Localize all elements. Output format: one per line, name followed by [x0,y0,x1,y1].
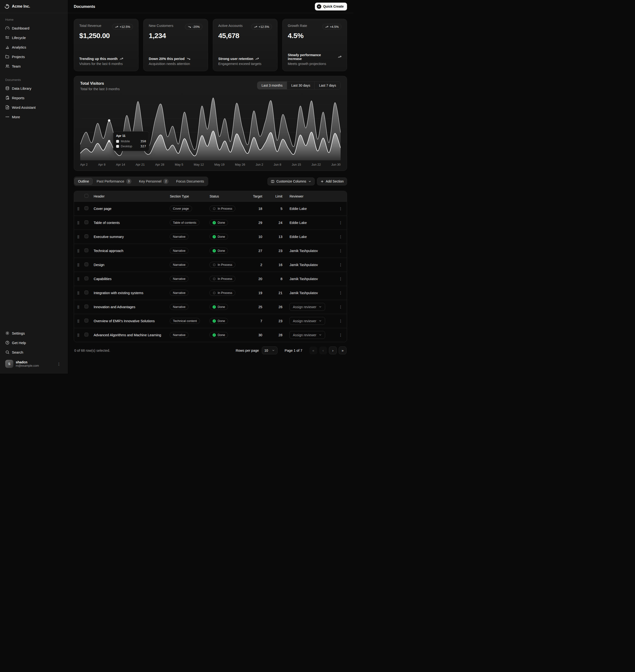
row-kebab-icon[interactable]: ⋮ [337,276,344,282]
first-page-button[interactable]: « [309,346,317,354]
limit-value[interactable]: 8 [267,272,288,286]
drag-handle[interactable]: ⣿ [76,263,80,267]
sidebar-item-lifecycle[interactable]: Lifecycle [3,33,64,42]
drag-handle[interactable]: ⣿ [76,276,80,281]
target-value[interactable]: 25 [245,300,267,314]
target-value[interactable]: 2 [245,258,267,272]
target-value[interactable]: 19 [245,286,267,300]
row-kebab-icon[interactable]: ⋮ [337,332,344,338]
limit-value[interactable]: 21 [267,286,288,300]
row-header-title[interactable]: Integration with existing systems [93,291,143,295]
prev-page-button[interactable]: ‹ [319,346,327,354]
chevron-down-icon [272,349,275,352]
section-type-badge: Table of contents [170,220,199,226]
sidebar-item-search[interactable]: Search [3,348,64,356]
last-page-button[interactable]: » [339,346,347,354]
select-all-checkbox[interactable] [85,194,88,198]
row-checkbox[interactable] [85,333,88,336]
row-kebab-icon[interactable]: ⋮ [337,248,344,253]
drag-handle[interactable]: ⣿ [76,319,80,323]
sidebar-item-settings[interactable]: Settings [3,329,64,337]
row-kebab-icon[interactable]: ⋮ [337,220,344,225]
sidebar-brand[interactable]: Acme Inc. [0,0,67,13]
limit-value[interactable]: 23 [267,314,288,328]
sidebar-item-analytics[interactable]: Analytics [3,43,64,51]
target-value[interactable]: 7 [245,314,267,328]
drag-handle[interactable]: ⣿ [76,234,80,239]
row-checkbox[interactable] [85,276,88,280]
row-header-title[interactable]: Capabilities [93,277,111,281]
sidebar-item-data-library[interactable]: Data Library [3,84,64,93]
sidebar-item-word-assistant[interactable]: Word Assistant [3,103,64,112]
limit-value[interactable]: 23 [267,244,288,258]
assign-reviewer-select[interactable]: Assign reviewer [289,303,325,311]
card-subtext: Engagement exceed targets [218,62,272,66]
row-header-title[interactable]: Overview of EMR's Innovative Solutions [93,319,155,323]
user-kebab-icon[interactable]: ⋮ [56,361,62,367]
next-page-button[interactable]: › [329,346,337,354]
tab-key-personnel[interactable]: Key Personnel2 [135,177,172,185]
row-kebab-icon[interactable]: ⋮ [337,318,344,323]
row-checkbox[interactable] [85,305,88,308]
limit-value[interactable]: 28 [267,328,288,342]
add-section-button[interactable]: Add Section [317,178,347,185]
target-value[interactable]: 18 [245,202,267,216]
drag-handle[interactable]: ⣿ [76,333,80,337]
row-header-title[interactable]: Innovation and Advantages [93,305,135,309]
user-menu[interactable]: S shadcn m@example.com ⋮ [3,357,64,371]
row-header-title[interactable]: Cover page [93,207,111,210]
drag-handle[interactable]: ⣿ [76,206,80,211]
drag-handle[interactable]: ⣿ [76,305,80,309]
target-value[interactable]: 20 [245,272,267,286]
row-checkbox[interactable] [85,234,88,238]
row-header-title[interactable]: Technical approach [93,249,123,253]
limit-value[interactable]: 24 [267,216,288,230]
area-chart[interactable]: Apr 11 Mobile 350 Desktop 327 [80,96,341,160]
sidebar-item-get-help[interactable]: Get Help [3,338,64,347]
row-kebab-icon[interactable]: ⋮ [337,234,344,239]
limit-value[interactable]: 16 [267,258,288,272]
sidebar-item-more[interactable]: More [3,113,64,121]
sidebar-item-dashboard[interactable]: Dashboard [3,24,64,32]
row-header-title[interactable]: Executive summary [93,235,124,239]
target-value[interactable]: 10 [245,230,267,244]
range-last-3-months[interactable]: Last 3 months [257,82,287,89]
row-header-title[interactable]: Table of contents [93,221,120,225]
row-kebab-icon[interactable]: ⋮ [337,262,344,267]
tab-past-performance[interactable]: Past Performance3 [93,177,135,185]
target-value[interactable]: 30 [245,328,267,342]
sidebar-item-reports[interactable]: Reports [3,93,64,102]
limit-value[interactable]: 13 [267,230,288,244]
limit-value[interactable]: 5 [267,202,288,216]
row-checkbox[interactable] [85,220,88,224]
chart-x-axis: Apr 2Apr 8Apr 14Apr 21Apr 28May 5May 12M… [80,163,341,166]
row-header-title[interactable]: Design [93,263,104,267]
drag-handle[interactable]: ⣿ [76,220,80,225]
assign-reviewer-select[interactable]: Assign reviewer [289,331,325,339]
row-kebab-icon[interactable]: ⋮ [337,304,344,310]
row-checkbox[interactable] [85,291,88,294]
section-type-badge: Narrative [170,262,189,268]
sidebar-item-team[interactable]: Team [3,62,64,70]
range-last-7-days[interactable]: Last 7 days [314,82,341,89]
row-header-title[interactable]: Advanced Algorithms and Machine Learning [93,333,161,337]
tab-outline[interactable]: Outline [74,178,93,185]
row-kebab-icon[interactable]: ⋮ [337,290,344,295]
rows-per-page-select[interactable]: 10 [262,346,278,354]
drag-handle[interactable]: ⣿ [76,248,80,253]
quick-create-button[interactable]: + Quick Create [315,3,347,10]
sidebar-item-projects[interactable]: Projects [3,52,64,61]
limit-value[interactable]: 26 [267,300,288,314]
row-checkbox[interactable] [85,319,88,322]
assign-reviewer-select[interactable]: Assign reviewer [289,317,325,325]
target-value[interactable]: 27 [245,244,267,258]
target-value[interactable]: 29 [245,216,267,230]
customize-columns-button[interactable]: Customize Columns [267,178,314,185]
range-last-30-days[interactable]: Last 30 days [287,82,314,89]
tab-focus-documents[interactable]: Focus Documents [173,178,207,185]
drag-handle[interactable]: ⣿ [76,291,80,295]
row-kebab-icon[interactable]: ⋮ [337,206,344,211]
row-checkbox[interactable] [85,263,88,266]
row-checkbox[interactable] [85,206,88,210]
row-checkbox[interactable] [85,248,88,252]
